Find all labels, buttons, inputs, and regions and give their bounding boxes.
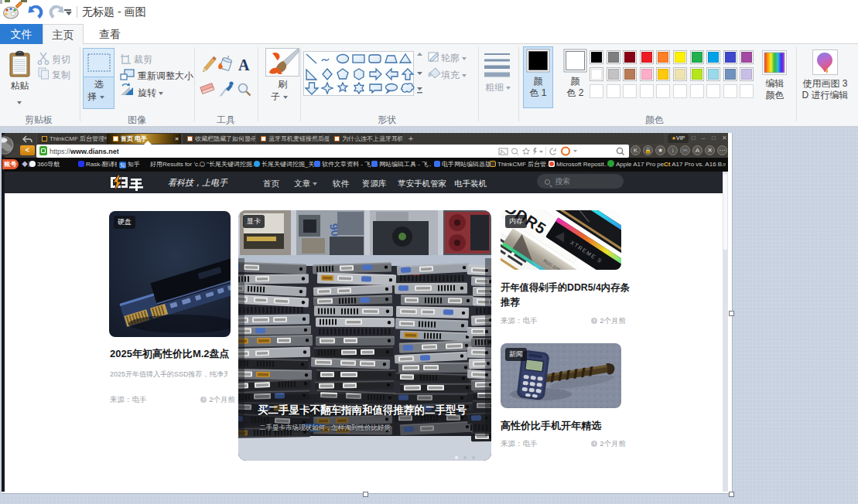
svg-text:A: A	[238, 56, 250, 73]
